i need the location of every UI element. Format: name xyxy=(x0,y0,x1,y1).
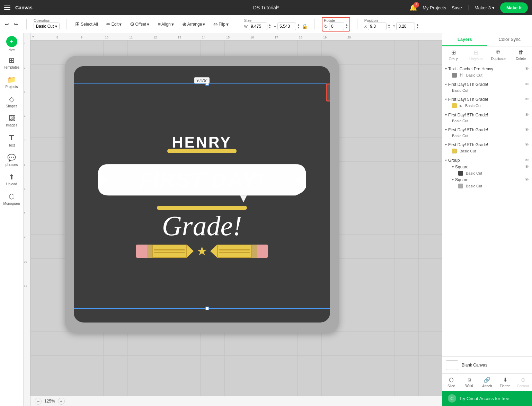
canvas-content[interactable]: ↺ 9.475" 5.543" HENRY xyxy=(30,40,442,396)
eye-text-cachet[interactable]: 👁 xyxy=(525,66,529,71)
canvas-area[interactable]: 7 8 9 10 11 12 13 14 15 16 17 18 19 20 1… xyxy=(24,33,442,406)
ruler-left: 1 2 3 4 5 6 7 8 9 10 11 xyxy=(24,40,30,406)
rotate-handle[interactable]: ↺ xyxy=(326,83,330,102)
layer-sub-fd4: Basic Cut xyxy=(445,133,529,139)
chevron-fd5[interactable]: ▾ xyxy=(445,143,447,147)
cricut-access-text: Try Cricut Access for free xyxy=(459,396,509,401)
chevron-text-cachet[interactable]: ▾ xyxy=(445,67,447,71)
chevron-fd4[interactable]: ▾ xyxy=(445,128,447,132)
nav-divider: | xyxy=(468,5,469,11)
tab-color-sync[interactable]: Color Sync xyxy=(487,33,532,46)
eye-fd3[interactable]: 👁 xyxy=(525,112,529,117)
eye-fd4[interactable]: 👁 xyxy=(525,127,529,132)
group-button[interactable]: ⊞ Group xyxy=(442,46,465,64)
flatten-button[interactable]: ⬇ Flatten xyxy=(496,374,514,391)
cricut-access-banner[interactable]: C Try Cricut Access for free xyxy=(442,391,532,406)
handle-bm[interactable] xyxy=(205,307,209,310)
height-input[interactable] xyxy=(277,23,296,30)
sidebar-item-upload[interactable]: ⬆ Upload xyxy=(1,170,22,189)
rotate-down[interactable]: ▼ xyxy=(345,26,348,29)
weld-button[interactable]: ⧈ Weld xyxy=(460,374,478,391)
chevron-sq1[interactable]: ▾ xyxy=(452,165,454,169)
arrange-button[interactable]: ⊕ Arrange ▾ xyxy=(181,20,207,29)
notifications-bell[interactable]: 🔔 5 xyxy=(409,4,417,11)
lock-icon[interactable]: 🔒 xyxy=(302,24,308,29)
layer-name-group: Group xyxy=(448,158,523,163)
align-button[interactable]: ≡ Align ▾ xyxy=(156,20,175,28)
eye-sq1[interactable]: 👁 xyxy=(525,164,529,169)
save-button[interactable]: Save xyxy=(452,5,462,10)
layer-firstday-5[interactable]: ▾ First Day! 5Th Grade! 👁 Basic Cut xyxy=(442,140,532,156)
chevron-fd3[interactable]: ▾ xyxy=(445,113,447,117)
make-it-button[interactable]: Make It xyxy=(500,2,528,13)
layer-text-cachet[interactable]: ▾ Text - Cachet Pro Heavy 👁 H Basic Cut xyxy=(442,64,532,80)
posy-down[interactable]: ▼ xyxy=(416,26,419,29)
contour-button[interactable]: ⊙ Contour xyxy=(514,374,532,391)
select-all-button[interactable]: ⊞ Select All xyxy=(74,19,99,29)
pos-x-input[interactable] xyxy=(368,23,387,30)
eye-group[interactable]: 👁 xyxy=(525,158,529,163)
henry-text: HENRY xyxy=(172,134,232,151)
height-down[interactable]: ▼ xyxy=(297,26,300,29)
align-chevron-icon: ▾ xyxy=(171,21,174,27)
chevron-group[interactable]: ▾ xyxy=(445,158,447,162)
my-projects-button[interactable]: My Projects xyxy=(423,5,446,10)
sidebar-item-projects[interactable]: 📁 Projects xyxy=(1,73,22,91)
eye-fd1[interactable]: 👁 xyxy=(525,82,529,87)
attach-button[interactable]: 🔗 Attach xyxy=(478,374,496,391)
pos-y-input[interactable] xyxy=(396,23,415,30)
undo-button[interactable]: ↩ xyxy=(3,20,10,28)
duplicate-icon: ⧉ xyxy=(496,49,500,55)
sidebar-item-shapes[interactable]: ◇ Shapes xyxy=(1,92,22,111)
sidebar-item-monogram[interactable]: ⬡ Monogram xyxy=(1,189,22,208)
width-input[interactable] xyxy=(249,23,267,30)
app-logo: Canvas xyxy=(15,5,33,10)
blank-canvas-swatch[interactable] xyxy=(446,360,458,370)
sidebar-item-templates[interactable]: ⊞ Templates xyxy=(1,53,22,72)
layer-firstday-1[interactable]: ▾ First Day! 5Th Grade! 👁 Basic Cut xyxy=(442,80,532,95)
sidebar-item-text[interactable]: T Text xyxy=(1,131,22,150)
layer-firstday-4[interactable]: ▾ First Day! 5Th Grade! 👁 Basic Cut xyxy=(442,125,532,140)
sidebar-item-new[interactable]: + xyxy=(6,36,17,47)
layer-firstday-3[interactable]: ▾ First Day! 5Th Grade! 👁 Basic Cut xyxy=(442,110,532,125)
duplicate-button[interactable]: ⧉ Duplicate xyxy=(487,46,510,64)
select-all-group: ⊞ Select All xyxy=(74,19,99,29)
cut-label-sq1: Basic Cut xyxy=(466,171,482,175)
right-pencil xyxy=(210,245,268,258)
tab-layers[interactable]: Layers xyxy=(442,33,487,46)
width-label: W xyxy=(244,24,248,28)
width-down[interactable]: ▼ xyxy=(268,26,271,29)
zoom-in-button[interactable]: + xyxy=(58,398,65,405)
eye-fd2[interactable]: 👁 xyxy=(525,97,529,102)
hamburger-menu[interactable] xyxy=(4,4,11,11)
rotate-input[interactable] xyxy=(329,23,344,30)
layer-group[interactable]: ▾ Group 👁 ▾ Square 👁 Basic Cut xyxy=(442,156,532,191)
swatch-text-cachet xyxy=(452,73,457,78)
banner-container: FIRST DAY! xyxy=(98,157,306,202)
zoom-out-button[interactable]: − xyxy=(35,398,42,405)
operation-select[interactable]: Basic Cut ▾ xyxy=(34,23,60,30)
flip-button[interactable]: ⇔ Flip ▾ xyxy=(212,20,230,29)
delete-button[interactable]: 🗑 Delete xyxy=(509,46,532,64)
redo-button[interactable]: ↪ xyxy=(12,20,19,28)
slice-icon: ⬡ xyxy=(449,377,454,383)
sep1 xyxy=(26,19,27,29)
slice-button[interactable]: ⬡ Slice xyxy=(442,374,460,391)
eye-fd5[interactable]: 👁 xyxy=(525,142,529,147)
design-board[interactable]: ↺ 9.475" 5.543" HENRY xyxy=(65,56,339,333)
maker-chevron-icon: ▾ xyxy=(492,5,495,10)
maker-selector[interactable]: Maker 3 ▾ xyxy=(475,5,495,10)
sidebar-item-images[interactable]: 🖼 Images xyxy=(1,112,22,130)
monogram-label: Monogram xyxy=(3,202,20,205)
offset-button[interactable]: ⚙ Offset ▾ xyxy=(128,20,151,29)
posx-down[interactable]: ▼ xyxy=(388,26,390,29)
eye-sq2[interactable]: 👁 xyxy=(525,177,529,182)
chevron-fd1[interactable]: ▾ xyxy=(445,82,447,86)
layer-firstday-2[interactable]: ▾ First Day! 5Th Grade! 👁 ▶ Basic Cut xyxy=(442,95,532,110)
sidebar-item-phrases[interactable]: 💬 phrases xyxy=(1,151,22,169)
edit-button[interactable]: ✏ Edit ▾ xyxy=(105,20,123,29)
offset-chevron-icon: ▾ xyxy=(147,21,149,27)
chevron-sq2[interactable]: ▾ xyxy=(452,178,454,182)
chevron-fd2[interactable]: ▾ xyxy=(445,97,447,101)
ungroup-button[interactable]: ⊟ Ungroup xyxy=(465,46,487,64)
